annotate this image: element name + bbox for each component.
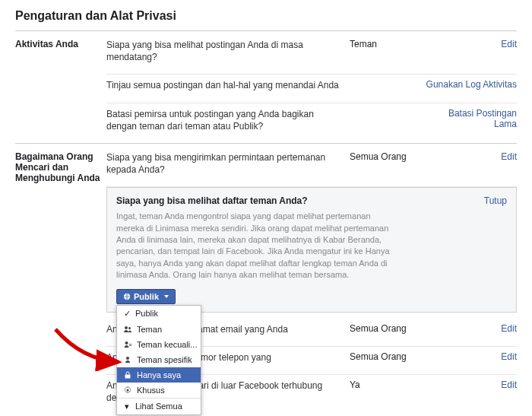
row-value: Semua Orang bbox=[350, 351, 426, 362]
section-label-contact: Bagaimana Orang Mencari dan Menghubungi … bbox=[15, 151, 106, 414]
row-friend-request[interactable]: Siapa yang bisa mengirimkan permintaan p… bbox=[106, 151, 517, 187]
limit-past-link[interactable]: Batasi Postingan Lama bbox=[448, 108, 517, 129]
specific-friends-icon bbox=[123, 355, 132, 364]
row-value: Ya bbox=[350, 379, 426, 390]
row-value: Teman bbox=[350, 39, 426, 49]
audience-selector-button[interactable]: Publik bbox=[116, 289, 176, 304]
chevron-down-icon: ▾ bbox=[123, 402, 131, 411]
dropdown-option-custom[interactable]: Khusus bbox=[117, 383, 201, 398]
dropdown-option-only-me[interactable]: Hanya saya bbox=[117, 367, 201, 383]
row-review-posts[interactable]: Tinjau semua postingan dan hal-hal yang … bbox=[106, 75, 517, 103]
edit-link[interactable]: Edit bbox=[501, 379, 517, 390]
option-label: Teman bbox=[137, 325, 162, 334]
audience-dropdown: ✓ Publik Teman Teman kecuali... Teman sp… bbox=[116, 305, 201, 415]
row-friends-list-expanded: Siapa yang bisa melihat daftar teman And… bbox=[106, 187, 517, 312]
option-label: Hanya saya bbox=[137, 370, 181, 379]
row-desc: Batasi pemirsa untuk postingan yang Anda… bbox=[106, 108, 350, 132]
chevron-down-icon bbox=[164, 295, 169, 298]
section-activity: Aktivitas Anda Siapa yang bisa melihat p… bbox=[15, 30, 517, 143]
lock-icon bbox=[123, 370, 132, 379]
row-value: Semua Orang bbox=[350, 151, 426, 162]
activity-log-link[interactable]: Gunakan Log Aktivitas bbox=[426, 79, 517, 90]
section-contact: Bagaimana Orang Mencari dan Menghubungi … bbox=[15, 143, 517, 414]
option-label: Teman spesifik bbox=[137, 355, 192, 364]
dropdown-option-friends[interactable]: Teman bbox=[117, 322, 201, 337]
close-link[interactable]: Tutup bbox=[484, 195, 507, 206]
edit-link[interactable]: Edit bbox=[501, 151, 517, 162]
edit-link[interactable]: Edit bbox=[501, 39, 517, 49]
dropdown-option-specific[interactable]: Teman spesifik bbox=[117, 352, 201, 367]
option-label: Publik bbox=[135, 309, 158, 318]
row-desc: Siapa yang bisa melihat postingan Anda d… bbox=[106, 39, 350, 63]
gear-icon bbox=[123, 386, 132, 395]
svg-point-1 bbox=[125, 326, 128, 329]
section-label-activity: Aktivitas Anda bbox=[15, 39, 106, 143]
row-value: Semua Orang bbox=[350, 323, 426, 334]
expanded-help-text: Ingat, teman Anda mengontrol siapa yang … bbox=[116, 211, 390, 281]
dropdown-option-friends-except[interactable]: Teman kecuali... bbox=[117, 337, 201, 352]
option-label: Khusus bbox=[137, 386, 165, 395]
edit-link[interactable]: Edit bbox=[501, 351, 517, 362]
check-icon: ✓ bbox=[123, 309, 131, 319]
row-desc: Siapa yang bisa mengirimkan permintaan p… bbox=[106, 151, 350, 176]
svg-point-3 bbox=[125, 341, 128, 345]
audience-button-label: Publik bbox=[134, 292, 159, 301]
option-label: Teman kecuali... bbox=[137, 340, 197, 349]
svg-point-4 bbox=[126, 357, 129, 360]
friends-icon bbox=[123, 325, 132, 334]
svg-point-2 bbox=[128, 327, 131, 329]
globe-icon bbox=[123, 293, 131, 300]
dropdown-option-see-all[interactable]: ▾ Lihat Semua bbox=[117, 398, 201, 414]
row-future-posts[interactable]: Siapa yang bisa melihat postingan Anda d… bbox=[106, 39, 517, 75]
friends-except-icon bbox=[123, 340, 132, 349]
svg-point-6 bbox=[127, 389, 129, 391]
dropdown-option-public[interactable]: ✓ Publik bbox=[117, 306, 201, 322]
expanded-question: Siapa yang bisa melihat daftar teman And… bbox=[116, 195, 416, 206]
svg-rect-5 bbox=[125, 374, 131, 378]
option-label: Lihat Semua bbox=[135, 402, 182, 411]
edit-link[interactable]: Edit bbox=[501, 323, 517, 334]
row-limit-past[interactable]: Batasi pemirsa untuk postingan yang Anda… bbox=[106, 103, 517, 143]
page-title: Pengaturan dan Alat Privasi bbox=[15, 9, 517, 30]
row-desc: Tinjau semua postingan dan hal-hal yang … bbox=[106, 79, 350, 91]
